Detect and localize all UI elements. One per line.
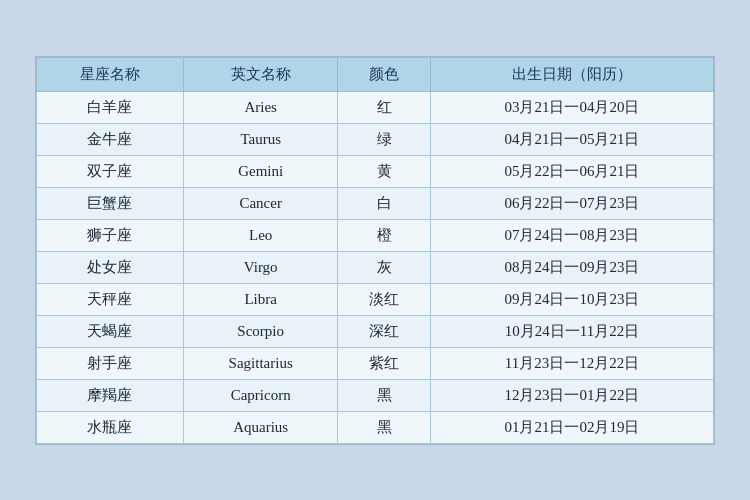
cell-english-name: Scorpio	[183, 315, 338, 347]
cell-chinese-name: 处女座	[37, 251, 184, 283]
table-row: 双子座Gemini黄05月22日一06月21日	[37, 155, 714, 187]
cell-chinese-name: 水瓶座	[37, 411, 184, 443]
cell-dates: 06月22日一07月23日	[430, 187, 713, 219]
table-body: 白羊座Aries红03月21日一04月20日金牛座Taurus绿04月21日一0…	[37, 91, 714, 443]
header-dates: 出生日期（阳历）	[430, 57, 713, 91]
cell-chinese-name: 天蝎座	[37, 315, 184, 347]
table-row: 金牛座Taurus绿04月21日一05月21日	[37, 123, 714, 155]
cell-color: 橙	[338, 219, 431, 251]
table-row: 射手座Sagittarius紫红11月23日一12月22日	[37, 347, 714, 379]
cell-english-name: Gemini	[183, 155, 338, 187]
cell-english-name: Virgo	[183, 251, 338, 283]
cell-dates: 11月23日一12月22日	[430, 347, 713, 379]
cell-english-name: Capricorn	[183, 379, 338, 411]
cell-english-name: Aries	[183, 91, 338, 123]
cell-color: 灰	[338, 251, 431, 283]
cell-dates: 10月24日一11月22日	[430, 315, 713, 347]
table-row: 天蝎座Scorpio深红10月24日一11月22日	[37, 315, 714, 347]
cell-dates: 08月24日一09月23日	[430, 251, 713, 283]
cell-color: 绿	[338, 123, 431, 155]
header-color: 颜色	[338, 57, 431, 91]
cell-english-name: Libra	[183, 283, 338, 315]
cell-chinese-name: 天秤座	[37, 283, 184, 315]
cell-english-name: Cancer	[183, 187, 338, 219]
table-row: 处女座Virgo灰08月24日一09月23日	[37, 251, 714, 283]
cell-english-name: Taurus	[183, 123, 338, 155]
cell-dates: 03月21日一04月20日	[430, 91, 713, 123]
cell-chinese-name: 射手座	[37, 347, 184, 379]
table-row: 摩羯座Capricorn黑12月23日一01月22日	[37, 379, 714, 411]
cell-dates: 01月21日一02月19日	[430, 411, 713, 443]
cell-chinese-name: 白羊座	[37, 91, 184, 123]
table-row: 狮子座Leo橙07月24日一08月23日	[37, 219, 714, 251]
cell-color: 深红	[338, 315, 431, 347]
cell-color: 紫红	[338, 347, 431, 379]
table-row: 天秤座Libra淡红09月24日一10月23日	[37, 283, 714, 315]
cell-color: 黄	[338, 155, 431, 187]
cell-dates: 04月21日一05月21日	[430, 123, 713, 155]
cell-dates: 05月22日一06月21日	[430, 155, 713, 187]
cell-color: 黑	[338, 411, 431, 443]
cell-english-name: Sagittarius	[183, 347, 338, 379]
table-header-row: 星座名称 英文名称 颜色 出生日期（阳历）	[37, 57, 714, 91]
cell-chinese-name: 摩羯座	[37, 379, 184, 411]
table-row: 巨蟹座Cancer白06月22日一07月23日	[37, 187, 714, 219]
cell-chinese-name: 金牛座	[37, 123, 184, 155]
header-english-name: 英文名称	[183, 57, 338, 91]
cell-color: 白	[338, 187, 431, 219]
cell-chinese-name: 狮子座	[37, 219, 184, 251]
cell-dates: 07月24日一08月23日	[430, 219, 713, 251]
cell-dates: 09月24日一10月23日	[430, 283, 713, 315]
zodiac-table-container: 星座名称 英文名称 颜色 出生日期（阳历） 白羊座Aries红03月21日一04…	[35, 56, 715, 445]
cell-color: 淡红	[338, 283, 431, 315]
cell-chinese-name: 双子座	[37, 155, 184, 187]
cell-dates: 12月23日一01月22日	[430, 379, 713, 411]
cell-chinese-name: 巨蟹座	[37, 187, 184, 219]
table-row: 水瓶座Aquarius黑01月21日一02月19日	[37, 411, 714, 443]
header-chinese-name: 星座名称	[37, 57, 184, 91]
cell-english-name: Aquarius	[183, 411, 338, 443]
zodiac-table: 星座名称 英文名称 颜色 出生日期（阳历） 白羊座Aries红03月21日一04…	[36, 57, 714, 444]
cell-color: 红	[338, 91, 431, 123]
cell-english-name: Leo	[183, 219, 338, 251]
cell-color: 黑	[338, 379, 431, 411]
table-row: 白羊座Aries红03月21日一04月20日	[37, 91, 714, 123]
